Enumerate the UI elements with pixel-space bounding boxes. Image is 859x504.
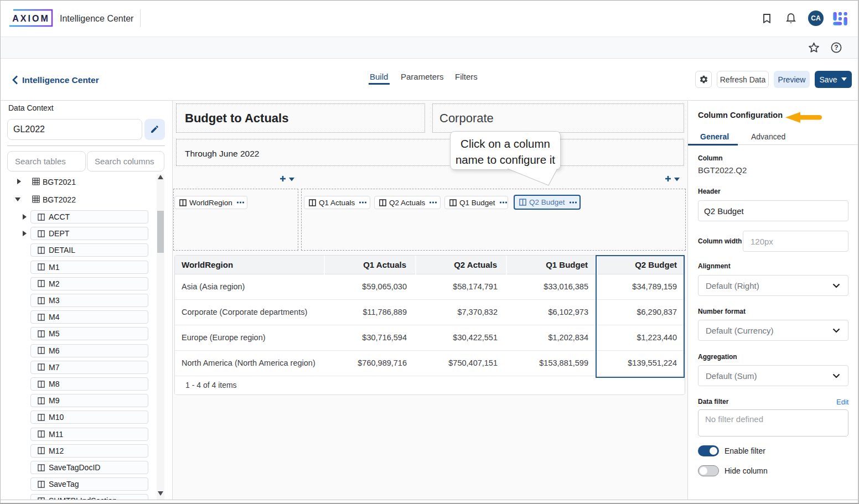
svg-text:?: ? [834, 44, 838, 51]
